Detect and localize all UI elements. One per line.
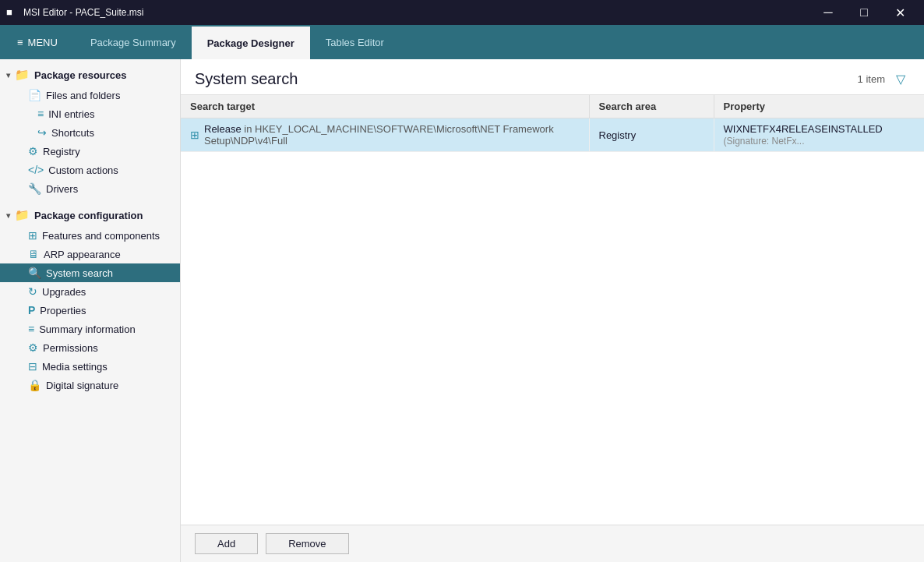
menu-bar: ≡ MENU Package Summary Package Designer … <box>0 25 924 59</box>
header-right: 1 item ▽ <box>858 70 910 88</box>
tab-package-summary[interactable]: Package Summary <box>75 25 192 59</box>
sidebar-item-features-components[interactable]: ⊞ Features and components <box>0 226 180 245</box>
app-icon: ■ <box>6 6 19 19</box>
permissions-icon: ⚙ <box>28 341 38 354</box>
files-icon: 📄 <box>28 89 41 101</box>
close-button[interactable]: ✕ <box>882 0 918 25</box>
minimize-button[interactable]: ─ <box>810 0 846 25</box>
property-sig: (Signature: NetFx... <box>724 136 805 147</box>
sidebar-section-package-configuration[interactable]: ▾ 📁 Package configuration <box>0 204 180 226</box>
sidebar-item-ini-entries[interactable]: ≡ INI entries <box>0 104 180 123</box>
sidebar-item-properties[interactable]: P Properties <box>0 301 180 320</box>
add-button[interactable]: Add <box>195 533 258 554</box>
menu-button[interactable]: ≡ MENU <box>8 32 67 53</box>
search-target-key: in HKEY_LOCAL_MACHINE\SOFTWARE\Microsoft… <box>204 123 554 147</box>
sidebar-item-system-search[interactable]: 🔍 System search <box>0 263 180 282</box>
property-name: WIXNETFX4RELEASEINSTALLED <box>724 123 883 135</box>
system-search-icon: 🔍 <box>28 267 41 279</box>
shortcuts-icon: ↪ <box>37 126 47 139</box>
section1-label: Package resources <box>34 69 127 81</box>
folder-icon-1: 📁 <box>15 68 30 82</box>
sidebar-item-summary-information[interactable]: ≡ Summary information <box>0 320 180 338</box>
sidebar-item-registry[interactable]: ⚙ Registry <box>0 142 180 161</box>
app-title: MSI Editor - PACE_Suite.msi <box>23 7 810 18</box>
filter-icon: ▽ <box>896 72 905 86</box>
cell-search-area: Registry <box>589 118 714 152</box>
content-header: System search 1 item ▽ <box>181 59 924 95</box>
main-layout: ▾ 📁 Package resources 📄 Files and folder… <box>0 59 924 562</box>
row-registry-icon: ⊞ <box>190 129 199 141</box>
tab-tables-editor[interactable]: Tables Editor <box>310 25 400 59</box>
table-header-row: Search target Search area Property <box>181 95 924 118</box>
drivers-icon: 🔧 <box>28 182 41 195</box>
sidebar-item-shortcuts[interactable]: ↪ Shortcuts <box>0 123 180 142</box>
tab-bar: Package Summary Package Designer Tables … <box>75 25 400 59</box>
col-header-search-target: Search target <box>181 95 589 118</box>
window-controls: ─ □ ✕ <box>810 0 918 25</box>
sidebar-item-digital-signature[interactable]: 🔒 Digital signature <box>0 376 180 394</box>
title-bar: ■ MSI Editor - PACE_Suite.msi ─ □ ✕ <box>0 0 924 25</box>
maximize-button[interactable]: □ <box>846 0 882 25</box>
content-footer: Add Remove <box>181 525 924 562</box>
media-icon: ⊟ <box>28 360 37 373</box>
sidebar-item-upgrades[interactable]: ↻ Upgrades <box>0 282 180 301</box>
sidebar-item-media-settings[interactable]: ⊟ Media settings <box>0 357 180 376</box>
page-title: System search <box>195 70 298 88</box>
filter-button[interactable]: ▽ <box>891 70 910 88</box>
features-icon: ⊞ <box>28 229 37 242</box>
sidebar-item-files-folders[interactable]: 📄 Files and folders <box>0 86 180 104</box>
menu-icon: ≡ <box>17 37 23 48</box>
content-area: System search 1 item ▽ Search target Sea… <box>181 59 924 562</box>
arp-icon: 🖥 <box>28 248 39 260</box>
sidebar-item-drivers[interactable]: 🔧 Drivers <box>0 179 180 198</box>
collapse-arrow-2: ▾ <box>6 211 10 220</box>
collapse-arrow-1: ▾ <box>6 71 10 80</box>
sidebar-item-permissions[interactable]: ⚙ Permissions <box>0 338 180 357</box>
system-search-table: Search target Search area Property ⊞ Rel… <box>181 95 924 152</box>
sidebar-section-package-resources[interactable]: ▾ 📁 Package resources <box>0 64 180 86</box>
tab-package-designer[interactable]: Package Designer <box>192 25 310 59</box>
table-container: Search target Search area Property ⊞ Rel… <box>181 95 924 525</box>
sidebar: ▾ 📁 Package resources 📄 Files and folder… <box>0 59 181 562</box>
upgrades-icon: ↻ <box>28 285 37 298</box>
menu-label: MENU <box>28 37 58 48</box>
digital-sig-icon: 🔒 <box>28 379 41 391</box>
cell-property: WIXNETFX4RELEASEINSTALLED (Signature: Ne… <box>714 118 924 152</box>
ini-icon: ≡ <box>37 108 44 120</box>
folder-icon-2: 📁 <box>15 208 30 222</box>
sidebar-item-arp-appearance[interactable]: 🖥 ARP appearance <box>0 245 180 263</box>
summary-icon: ≡ <box>28 323 34 335</box>
properties-icon: P <box>28 304 35 316</box>
table-row[interactable]: ⊞ Release in HKEY_LOCAL_MACHINE\SOFTWARE… <box>181 118 924 152</box>
registry-icon: ⚙ <box>28 145 38 157</box>
remove-button[interactable]: Remove <box>266 533 348 554</box>
item-count: 1 item <box>858 73 885 85</box>
cell-search-target: ⊞ Release in HKEY_LOCAL_MACHINE\SOFTWARE… <box>181 118 589 152</box>
search-target-name: Release <box>204 123 242 135</box>
section2-label: Package configuration <box>34 210 143 221</box>
custom-actions-icon: </> <box>28 164 44 176</box>
sidebar-item-custom-actions[interactable]: </> Custom actions <box>0 161 180 179</box>
col-header-search-area: Search area <box>589 95 714 118</box>
col-header-property: Property <box>714 95 924 118</box>
